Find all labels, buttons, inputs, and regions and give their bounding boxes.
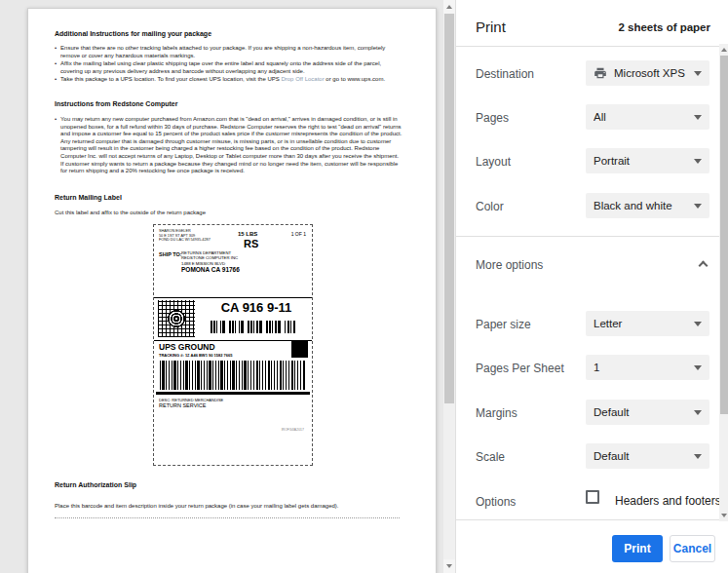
list-item: • You may return any new computer purcha… bbox=[55, 116, 403, 175]
section-title-redstone-instructions: Instructions from Redstone Computer bbox=[55, 100, 177, 107]
ship-to-city: POMONA CA 91766 bbox=[181, 266, 240, 274]
color-label: Color bbox=[476, 200, 504, 213]
service-block-icon bbox=[291, 341, 308, 358]
service-indicator: RS bbox=[244, 238, 258, 249]
list-item: • Take this package to a UPS location. T… bbox=[55, 76, 403, 84]
chevron-down-icon bbox=[694, 454, 702, 459]
bullet-icon: • bbox=[55, 45, 57, 59]
paper-size-value: Letter bbox=[594, 318, 688, 329]
paper-size-label: Paper size bbox=[476, 318, 531, 331]
document-page: Additional Instructions for mailing your… bbox=[27, 8, 437, 573]
bullet-text: You may return any new computer purchase… bbox=[60, 116, 403, 175]
bullet-icon: • bbox=[55, 116, 57, 175]
ship-to-tag: SHIP TO: bbox=[159, 251, 182, 258]
margins-label: Margins bbox=[476, 406, 517, 420]
chevron-down-icon bbox=[694, 71, 702, 76]
destination-label: Destination bbox=[476, 67, 534, 81]
headers-footers-checkbox[interactable] bbox=[586, 490, 599, 504]
ups-shipping-label: SHARON EGELER 50 E 1ST ST APT 309 FOND D… bbox=[153, 224, 313, 466]
label-divider bbox=[154, 340, 312, 341]
color-select[interactable]: Black and white bbox=[586, 193, 709, 218]
scale-label: Scale bbox=[476, 450, 505, 464]
scroll-down-button[interactable] bbox=[443, 559, 455, 573]
header-divider bbox=[456, 46, 728, 47]
scroll-up-button[interactable] bbox=[443, 0, 455, 14]
footer-divider bbox=[456, 519, 728, 520]
more-options-divider bbox=[456, 236, 728, 237]
arrow-down-icon bbox=[721, 514, 727, 517]
pages-label: Pages bbox=[476, 111, 509, 125]
ship-to-address: RETURNS DEPARTMENT REDSTONE COMPUTER INC… bbox=[181, 250, 240, 274]
section-title-return-mailing-label: Return Mailing Label bbox=[55, 194, 122, 201]
headers-footers-label: Headers and footers bbox=[615, 494, 721, 508]
scale-select[interactable]: Default bbox=[586, 443, 709, 469]
section-title-return-authorization-slip: Return Authorization Slip bbox=[55, 481, 136, 488]
layout-value: Portrait bbox=[594, 155, 688, 167]
label-reference-code: IROF34IA2017 bbox=[282, 428, 304, 432]
paper-size-select[interactable]: Letter bbox=[586, 311, 709, 336]
bullet-icon: • bbox=[55, 76, 57, 84]
scroll-down-button[interactable] bbox=[719, 510, 728, 521]
additional-instructions-list: • Ensure that there are no other trackin… bbox=[55, 45, 403, 85]
tracking-number: TRACKING #: 1Z A46 BW1 90 1582 7665 bbox=[159, 353, 232, 358]
scrollbar-thumb[interactable] bbox=[720, 56, 728, 414]
bullet-text: Ensure that there are no other tracking … bbox=[60, 45, 403, 59]
tracking-barcode-icon bbox=[160, 361, 306, 390]
print-preview-area: Additional Instructions for mailing your… bbox=[0, 0, 443, 573]
scrollbar-thumb[interactable] bbox=[444, 14, 454, 403]
pages-value: All bbox=[594, 111, 688, 123]
printer-icon bbox=[594, 66, 607, 80]
label-thick-bar bbox=[156, 392, 310, 395]
bullet-text-pre: Take this package to a UPS location. To … bbox=[60, 76, 281, 82]
service-name: UPS GROUND bbox=[159, 342, 215, 352]
list-item: • Affix the mailing label using clear pl… bbox=[55, 60, 403, 75]
margins-value: Default bbox=[594, 406, 688, 418]
drop-off-locator-link: Drop Off Locator bbox=[281, 76, 324, 82]
preview-scrollbar[interactable] bbox=[443, 0, 455, 573]
arrow-up-icon bbox=[446, 5, 452, 9]
section-title-additional-instructions: Additional Instructions for mailing your… bbox=[55, 30, 211, 37]
chevron-down-icon bbox=[694, 204, 702, 209]
settings-scrollbar[interactable] bbox=[719, 44, 728, 521]
chevron-down-icon bbox=[694, 115, 702, 120]
sheets-count: 2 sheets of paper bbox=[618, 21, 710, 33]
bullet-text: Affix the mailing label using clear plas… bbox=[60, 60, 403, 75]
chevron-down-icon bbox=[694, 159, 702, 164]
layout-select[interactable]: Portrait bbox=[586, 148, 709, 173]
print-settings-panel: Print 2 sheets of paper Destination Micr… bbox=[455, 0, 728, 573]
return-label-caption: Cut this label and affix to the outside … bbox=[55, 210, 206, 215]
dialog-title: Print bbox=[476, 19, 506, 35]
chevron-down-icon bbox=[694, 410, 702, 415]
authorization-slip-caption: Place this barcode and item description … bbox=[55, 503, 339, 509]
chevron-down-icon bbox=[694, 365, 702, 370]
cancel-button[interactable]: Cancel bbox=[670, 535, 715, 562]
bullet-icon: • bbox=[55, 60, 57, 75]
pages-per-sheet-select[interactable]: 1 bbox=[586, 355, 709, 380]
print-button[interactable]: Print bbox=[612, 535, 663, 562]
bullet-text-post: or go to www.ups.com. bbox=[325, 76, 385, 82]
options-label: Options bbox=[476, 495, 516, 509]
arrow-up-icon bbox=[721, 48, 727, 52]
pages-per-sheet-value: 1 bbox=[594, 362, 688, 373]
redstone-instructions-list: • You may return any new computer purcha… bbox=[55, 116, 403, 176]
label-divider bbox=[154, 297, 312, 298]
margins-select[interactable]: Default bbox=[586, 400, 709, 425]
destination-select[interactable]: Microsoft XPS Docum bbox=[586, 60, 709, 86]
routing-code: CA 916 9-11 bbox=[203, 300, 310, 315]
scale-value: Default bbox=[594, 450, 688, 462]
list-item: • Ensure that there are no other trackin… bbox=[55, 45, 403, 59]
destination-value: Microsoft XPS Docum bbox=[614, 67, 688, 79]
pages-select[interactable]: All bbox=[586, 104, 709, 130]
package-weight: 15 LBS bbox=[238, 231, 257, 237]
page-count: 1 OF 1 bbox=[291, 231, 306, 237]
pages-per-sheet-label: Pages Per Sheet bbox=[476, 362, 564, 375]
layout-label: Layout bbox=[476, 155, 511, 169]
sender-address: SHARON EGELER 50 E 1ST ST APT 309 FOND D… bbox=[159, 229, 211, 243]
arrow-down-icon bbox=[446, 564, 452, 568]
color-value: Black and white bbox=[594, 200, 688, 211]
more-options-toggle[interactable]: More options bbox=[476, 258, 709, 272]
scroll-up-button[interactable] bbox=[719, 44, 728, 56]
cut-dotted-line bbox=[55, 517, 400, 518]
routing-barcode-icon bbox=[211, 321, 296, 333]
sender-city: FOND DU LAC WI 54935-4287 bbox=[159, 238, 211, 243]
